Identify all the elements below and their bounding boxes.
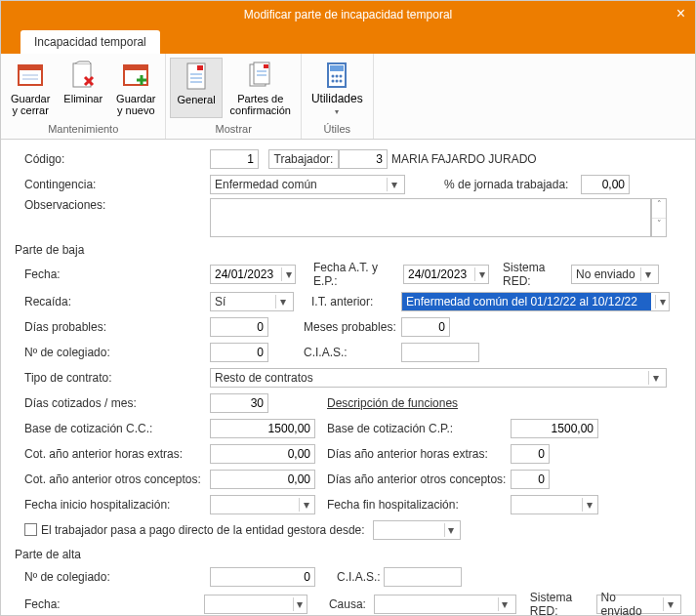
dias-prob-field[interactable]	[210, 317, 268, 337]
baja-coleg-label: Nº de colegiado:	[15, 346, 210, 359]
meses-prob-label: Meses probables:	[268, 320, 401, 334]
base-cc-label: Base de cotización C.C.:	[15, 422, 210, 435]
dias-prob-label: Días probables:	[15, 320, 210, 334]
chevron-down-icon: ▾	[444, 523, 458, 537]
recaida-label: Recaída:	[15, 295, 210, 308]
svg-point-23	[336, 80, 339, 83]
svg-rect-8	[197, 65, 203, 70]
utilities-button[interactable]: Utilidades▾	[306, 58, 369, 120]
chevron-down-icon: ▾	[275, 295, 289, 308]
meses-prob-field[interactable]	[401, 317, 450, 337]
alta-causa-combo[interactable]: ▾	[374, 595, 516, 614]
dias-cot-field[interactable]	[210, 393, 268, 413]
save-new-button[interactable]: Guardar y nuevo	[110, 58, 161, 118]
checkbox-icon	[24, 523, 37, 536]
delete-icon	[67, 60, 99, 91]
save-icon	[15, 60, 46, 91]
delete-label: Eliminar	[63, 93, 102, 104]
observ-field[interactable]	[210, 198, 651, 237]
alta-fecha-label: Fecha:	[15, 597, 204, 611]
ribbon-group-maintenance: Guardar y cerrar Eliminar Guardar y nuev…	[1, 54, 166, 139]
svg-rect-6	[124, 65, 147, 70]
save-close-button[interactable]: Guardar y cerrar	[5, 58, 56, 118]
pago-directo-check[interactable]: El trabajador pasa a pago directo de la …	[15, 523, 365, 537]
baja-fecha-at-label: Fecha A.T. y E.P.:	[296, 261, 403, 288]
dias-extras-field[interactable]	[511, 444, 550, 464]
window-title: Modificar parte de incapacidad temporal	[244, 8, 452, 21]
hosp-ini-label: Fecha inicio hospitalización:	[15, 498, 210, 512]
alta-cias-label: C.I.A.S.:	[315, 570, 384, 584]
svg-point-21	[340, 75, 343, 78]
baja-cias-field[interactable]	[401, 343, 479, 362]
svg-rect-14	[264, 64, 268, 68]
cot-extras-field[interactable]	[210, 444, 315, 464]
alta-causa-label: Causa:	[307, 597, 374, 611]
form-body: Código: Trabajador: MARIA FAJARDO JURADO…	[1, 140, 695, 616]
calculator-icon	[321, 60, 352, 91]
tabstrip: Incapacidad temporal	[1, 28, 695, 54]
tab-incapacidad[interactable]: Incapacidad temporal	[20, 30, 160, 54]
chevron-down-icon: ▾	[640, 267, 654, 281]
observ-label: Observaciones:	[15, 198, 210, 212]
svg-point-20	[336, 75, 339, 78]
trabajador-label: Trabajador:	[268, 149, 339, 169]
base-cc-field[interactable]	[210, 419, 315, 438]
ribbon-group-utils: Utilidades▾ Útiles	[302, 54, 374, 139]
hosp-fin-field[interactable]: ▾	[511, 495, 598, 514]
pago-fecha-field[interactable]: ▾	[373, 520, 461, 540]
chevron-down-icon: ▾	[281, 267, 295, 281]
dias-cot-label: Días cotizados / mes:	[15, 396, 210, 410]
confirm-parts-button[interactable]: Partes de confirmación	[225, 58, 297, 118]
chevron-down-icon: ▾	[474, 267, 488, 281]
chevron-down-icon: ▾	[387, 178, 400, 191]
codigo-field[interactable]	[210, 149, 259, 169]
ribbon-group-title-show: Mostrar	[216, 121, 252, 137]
baja-fecha-at-field[interactable]: ▾	[403, 265, 489, 284]
close-icon[interactable]: ×	[676, 5, 685, 22]
it-combo[interactable]: Enfermedad común del 01/12/22 al 10/12/2…	[401, 292, 670, 311]
hosp-ini-field[interactable]: ▾	[210, 495, 315, 514]
base-cp-field[interactable]	[511, 419, 598, 438]
general-button[interactable]: General	[170, 58, 222, 118]
chevron-down-icon: ▾	[648, 371, 662, 385]
cot-otros-field[interactable]	[210, 470, 315, 489]
trabajador-num-field[interactable]	[339, 149, 388, 169]
alta-cias-field[interactable]	[384, 567, 462, 587]
chevron-down-icon: ▾	[299, 498, 312, 512]
ribbon-group-title-maintenance: Mantenimiento	[48, 121, 118, 137]
chevron-down-icon: ▾	[582, 498, 595, 512]
tipo-combo[interactable]: Resto de contratos▾	[210, 368, 667, 388]
dias-extras-label: Días año anterior horas extras:	[315, 447, 511, 461]
chevron-down-icon: ▾	[663, 597, 676, 611]
general-label: General	[177, 94, 215, 105]
svg-point-22	[332, 80, 335, 83]
baja-coleg-field[interactable]	[210, 343, 268, 362]
alta-sistema-combo[interactable]: No enviado▾	[596, 595, 681, 614]
dias-otros-field[interactable]	[511, 470, 550, 489]
contingencia-value: Enfermedad común	[215, 178, 317, 191]
alta-coleg-field[interactable]	[210, 567, 315, 587]
baja-sistema-combo[interactable]: No enviado▾	[571, 265, 659, 284]
alta-fecha-field[interactable]: ▾	[204, 595, 307, 614]
svg-rect-18	[330, 65, 344, 71]
save-close-label: Guardar y cerrar	[11, 93, 50, 116]
svg-rect-1	[19, 65, 42, 70]
section-baja: Parte de baja	[15, 243, 681, 257]
dias-otros-label: Días año anterior otros conceptos:	[315, 472, 511, 486]
baja-fecha-field[interactable]: ▾	[210, 265, 296, 284]
desc-func-link[interactable]: Descripción de funciones	[268, 396, 458, 410]
chevron-down-icon: ▾	[293, 597, 307, 611]
jornada-label: % de jornada trabajada:	[444, 178, 581, 191]
baja-fecha-label: Fecha:	[15, 267, 210, 281]
contingencia-combo[interactable]: Enfermedad común▾	[210, 175, 405, 194]
delete-button[interactable]: Eliminar	[58, 58, 108, 118]
chevron-down-icon: ▾	[498, 597, 512, 611]
recaida-combo[interactable]: Sí▾	[210, 292, 294, 311]
cot-otros-label: Cot. año anterior otros conceptos:	[15, 472, 210, 486]
chevron-down-icon: ▾	[655, 295, 669, 308]
alta-coleg-label: Nº de colegiado:	[15, 570, 210, 584]
baja-cias-label: C.I.A.S.:	[268, 346, 401, 359]
observ-spinner[interactable]: ˄˅	[651, 198, 667, 237]
hosp-fin-label: Fecha fin hospitalización:	[315, 498, 511, 512]
jornada-field[interactable]	[581, 175, 630, 194]
